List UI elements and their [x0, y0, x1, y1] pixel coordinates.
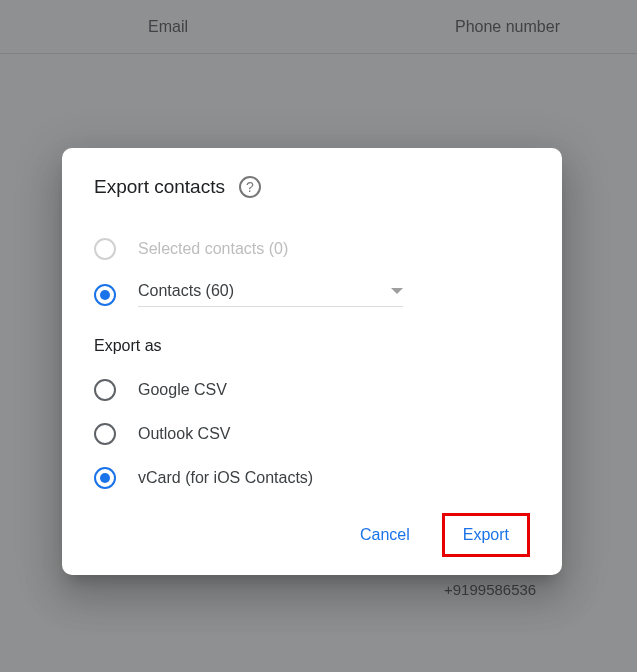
vcard-label: vCard (for iOS Contacts) [138, 469, 313, 487]
option-vcard[interactable]: vCard (for iOS Contacts) [94, 467, 530, 489]
cancel-button[interactable]: Cancel [346, 516, 424, 554]
option-selected-contacts: Selected contacts (0) [94, 238, 530, 260]
contacts-dropdown-value: Contacts (60) [138, 282, 234, 300]
radio-google-csv[interactable] [94, 379, 116, 401]
help-icon[interactable]: ? [239, 176, 261, 198]
export-as-header: Export as [94, 337, 530, 355]
option-google-csv[interactable]: Google CSV [94, 379, 530, 401]
chevron-down-icon [391, 288, 403, 294]
dialog-actions: Cancel Export [94, 513, 530, 557]
radio-selected-contacts [94, 238, 116, 260]
export-button[interactable]: Export [445, 516, 527, 554]
outlook-csv-label: Outlook CSV [138, 425, 230, 443]
google-csv-label: Google CSV [138, 381, 227, 399]
contacts-dropdown[interactable]: Contacts (60) [138, 282, 403, 307]
option-outlook-csv[interactable]: Outlook CSV [94, 423, 530, 445]
radio-vcard[interactable] [94, 467, 116, 489]
export-button-highlight: Export [442, 513, 530, 557]
radio-outlook-csv[interactable] [94, 423, 116, 445]
radio-contacts-group[interactable] [94, 284, 116, 306]
selected-contacts-label: Selected contacts (0) [138, 240, 288, 258]
export-contacts-dialog: Export contacts ? Selected contacts (0) … [62, 148, 562, 575]
dialog-title: Export contacts [94, 176, 225, 198]
option-contacts-group[interactable]: Contacts (60) [94, 282, 530, 307]
